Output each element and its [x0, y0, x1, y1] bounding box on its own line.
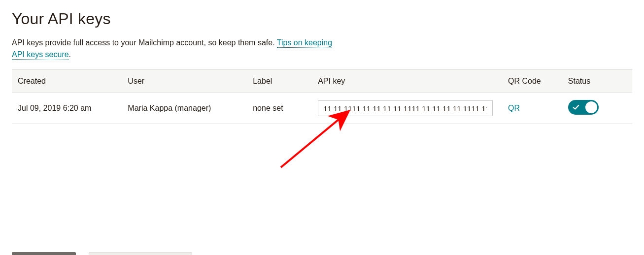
api-keys-table: Created User Label API key QR Code Statu…	[12, 69, 632, 124]
qr-link[interactable]: QR	[508, 104, 520, 112]
intro-pre: API keys provide full access to your Mai…	[12, 38, 277, 47]
cell-user: Maria Kappa (manager)	[122, 93, 247, 124]
th-label: Label	[247, 70, 312, 93]
create-key-button[interactable]: Create A Key	[12, 252, 76, 255]
table-row: Jul 09, 2019 6:20 am Maria Kappa (manage…	[12, 93, 632, 124]
api-key-input[interactable]	[318, 100, 493, 116]
cell-qr: QR	[502, 93, 562, 124]
th-status: Status	[562, 70, 632, 93]
toggle-knob	[585, 101, 597, 113]
th-api-key: API key	[312, 70, 502, 93]
th-created: Created	[12, 70, 122, 93]
buttons-row: Create A Key Create A Mandrill API Key	[12, 252, 632, 255]
check-icon	[573, 104, 579, 111]
cell-label[interactable]: none set	[247, 93, 312, 124]
intro-post: .	[69, 50, 71, 59]
th-qr-code: QR Code	[502, 70, 562, 93]
cell-created: Jul 09, 2019 6:20 am	[12, 93, 122, 124]
cell-status	[562, 93, 632, 124]
cell-api-key	[312, 93, 502, 124]
create-mandrill-key-button[interactable]: Create A Mandrill API Key	[89, 252, 192, 255]
status-toggle[interactable]	[568, 100, 599, 115]
th-user: User	[122, 70, 247, 93]
intro-text: API keys provide full access to your Mai…	[12, 37, 337, 61]
page-title: Your API keys	[12, 10, 632, 28]
